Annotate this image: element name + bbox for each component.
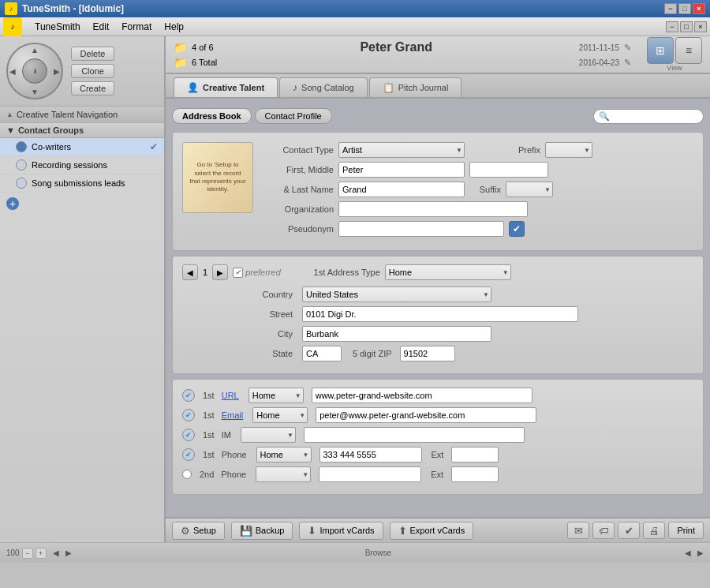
print-icon-button[interactable]: 🖨	[643, 522, 665, 539]
preferred-check[interactable]: ✔ preferred	[233, 268, 281, 278]
phone2-ext-input[interactable]	[451, 466, 499, 482]
address-nav: ◀ 1 ▶ ✔ preferred 1st Address Type Home	[182, 264, 693, 280]
setup-button[interactable]: ⚙ Setup	[172, 522, 225, 540]
pseudonym-row: Pseudonym ✔	[263, 221, 693, 237]
clone-button[interactable]: Clone	[71, 64, 114, 78]
address-next-button[interactable]: ▶	[212, 264, 228, 280]
edit-icon1[interactable]: ✎	[624, 43, 631, 53]
im-input[interactable]	[304, 427, 525, 443]
import-button[interactable]: ⬇ Import vCards	[299, 522, 383, 540]
labels-button[interactable]: 🏷	[592, 522, 615, 539]
record-date2: 2016-04-23	[579, 58, 619, 67]
tab-song-catalog[interactable]: ♪ Song Catalog	[279, 77, 368, 97]
menu-minimize-btn[interactable]: −	[666, 21, 678, 32]
zip-input[interactable]	[400, 346, 455, 361]
wheel-right-arrow[interactable]: ▶	[54, 67, 60, 76]
search-bar[interactable]: 🔍	[593, 109, 704, 124]
search-input[interactable]	[610, 111, 698, 121]
create-button[interactable]: Create	[71, 81, 114, 96]
im-type-select[interactable]	[241, 427, 296, 443]
tab-creative-talent[interactable]: 👤 Creative Talent	[174, 77, 278, 97]
first-name-input[interactable]	[338, 162, 465, 178]
group-item-submissions[interactable]: Song submissions leads	[0, 174, 164, 193]
contact-type-select[interactable]: Artist	[338, 142, 465, 158]
nav-section-label: Creative Talent Navigation	[17, 110, 118, 119]
email-link[interactable]: Email	[222, 410, 244, 420]
scroll-right-arrow[interactable]: ▶	[697, 549, 704, 557]
prefix-select[interactable]	[545, 142, 592, 158]
wheel-up-arrow[interactable]: ▲	[31, 46, 39, 54]
backup-button[interactable]: 💾 Backup	[231, 522, 293, 540]
menu-maximize-btn[interactable]: □	[680, 21, 693, 32]
phone2-radio-button[interactable]	[182, 470, 192, 479]
tab-song-catalog-icon: ♪	[293, 82, 297, 93]
status-nav-right[interactable]: ▶	[65, 549, 72, 557]
menu-close-btn[interactable]: ×	[694, 21, 707, 32]
im-row: ✔ 1st IM	[182, 427, 693, 443]
url-type-select[interactable]: Home	[248, 388, 304, 403]
photo-area: Go to 'Setup to select the record that r…	[182, 142, 253, 213]
scroll-left-arrow[interactable]: ◀	[685, 549, 691, 557]
city-input[interactable]	[302, 326, 491, 342]
email-type-select-wrap: Home	[252, 407, 308, 423]
email-button[interactable]: ✉	[567, 522, 589, 539]
group-item-recording[interactable]: Recording sessions	[0, 156, 164, 174]
pseudonym-action-button[interactable]: ✔	[509, 221, 525, 237]
organization-input[interactable]	[338, 201, 528, 217]
pseudonym-input[interactable]	[338, 221, 504, 237]
email-row: ✔ 1st Email Home	[182, 407, 693, 423]
address-prev-button[interactable]: ◀	[182, 264, 198, 280]
tab-pitch-journal[interactable]: 📋 Pitch Journal	[369, 77, 462, 97]
group-item-cowriters[interactable]: Co-writers ✔	[0, 138, 164, 156]
check-button[interactable]: ✔	[618, 522, 640, 539]
maximize-button[interactable]: □	[678, 3, 691, 14]
zoom-up-button[interactable]: +	[36, 548, 47, 559]
status-nav-left[interactable]: ◀	[53, 549, 59, 557]
address-type-label: 1st Address Type	[286, 268, 380, 277]
phone1-input[interactable]	[320, 447, 422, 463]
app-icon: ♪	[5, 2, 17, 15]
minimize-button[interactable]: −	[664, 3, 677, 14]
print-button[interactable]: Print	[668, 522, 704, 539]
close-button[interactable]: ×	[693, 3, 705, 14]
tab-creative-talent-icon: 👤	[187, 82, 199, 93]
address-type-select[interactable]: Home	[385, 264, 511, 280]
phone1-label: Phone	[222, 450, 247, 459]
suffix-select[interactable]	[506, 182, 553, 197]
setup-icon: ⚙	[181, 525, 190, 537]
phone2-type-select[interactable]	[256, 466, 311, 482]
email-type-select[interactable]: Home	[252, 407, 308, 423]
middle-name-input[interactable]	[469, 162, 548, 178]
group-label-cowriters: Co-writers	[32, 142, 71, 152]
country-select[interactable]: United States	[302, 287, 491, 302]
wheel-down-arrow[interactable]: ▼	[31, 88, 39, 96]
street-input[interactable]	[302, 306, 578, 322]
address-type-select-wrap: Home	[385, 264, 511, 280]
last-name-input[interactable]	[338, 182, 465, 197]
address-index: 1	[203, 268, 207, 277]
zoom-down-button[interactable]: −	[22, 548, 33, 559]
subtab-address-book[interactable]: Address Book	[172, 108, 252, 124]
menu-help[interactable]: Help	[158, 20, 190, 34]
view-grid-button[interactable]: ⊞	[647, 37, 674, 64]
menu-edit[interactable]: Edit	[87, 20, 116, 34]
preferred-checkbox[interactable]: ✔	[233, 268, 243, 278]
contacts-panel: ✔ 1st URL Home ✔ 1st Email	[172, 379, 704, 495]
add-group-button[interactable]: +	[6, 197, 19, 210]
phone1-ext-input[interactable]	[451, 447, 499, 463]
url-link[interactable]: URL	[222, 391, 239, 400]
state-input[interactable]	[302, 346, 342, 361]
menu-appname: TuneSmith	[28, 20, 87, 34]
delete-button[interactable]: Delete	[71, 47, 114, 61]
phone1-type-select[interactable]: Home	[256, 447, 312, 463]
phone2-input[interactable]	[319, 466, 421, 482]
view-list-button[interactable]: ≡	[675, 37, 702, 64]
export-button[interactable]: ⬆ Export vCards	[390, 522, 474, 540]
url-input[interactable]	[312, 388, 532, 403]
nav-wheel[interactable]: ▲ ▼ ◀ ▶ ℹ	[6, 43, 63, 99]
edit-icon2[interactable]: ✎	[624, 58, 631, 68]
menu-format[interactable]: Format	[115, 20, 158, 34]
email-input[interactable]	[316, 407, 536, 423]
subtab-contact-profile[interactable]: Contact Profile	[255, 108, 332, 124]
wheel-left-arrow[interactable]: ◀	[9, 67, 16, 76]
